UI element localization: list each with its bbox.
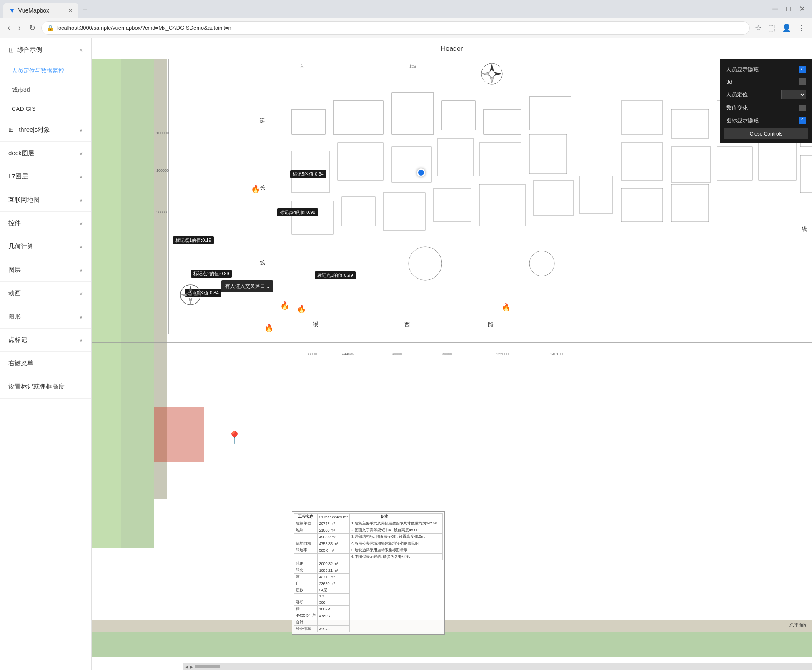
app-container: ⊞ 综合示例 ∧ 人员定位与数据监控 城市3d CAD GIS ⊞ threej… [0, 38, 812, 670]
road-label-chang: 长 [258, 180, 266, 182]
close-controls-button[interactable]: Close Controls [724, 128, 808, 139]
svg-marker-53 [189, 286, 192, 292]
chevron-geometry: ∨ [79, 244, 83, 250]
person-icon-5: 🔥 [501, 303, 511, 312]
sidebar-section-l7[interactable]: L7图层 ∨ [0, 165, 91, 188]
person-icon-1: 🔥 [251, 184, 260, 193]
sidebar-item-cadgis[interactable]: CAD GIS [0, 100, 91, 118]
sidebar-section-context-menu[interactable]: 右键菜单 [0, 352, 91, 375]
section-icon-comprehensive: ⊞ [8, 46, 14, 54]
road-horizontal [92, 620, 812, 632]
section-label-internet: 互联网地图 [8, 196, 40, 204]
sidebar-section-controls[interactable]: 控件 ∨ [0, 212, 91, 235]
controls-label-3d: 3d [726, 79, 732, 85]
controls-label-personnel-display: 人员显示隐藏 [726, 66, 759, 73]
menu-button[interactable]: ⋮ [796, 22, 807, 34]
person-icon-2: 🔥 [280, 301, 289, 310]
controls-label-personnel-location: 人员定位 [726, 91, 748, 98]
green-strip-far-left [92, 59, 121, 548]
close-button[interactable]: ✕ [796, 3, 809, 15]
compass-widget [179, 284, 202, 306]
road-label-sui: 绥 [313, 321, 321, 329]
map-area[interactable]: 100000 100000 30000 主干 上城 8000 444635 30… [92, 59, 812, 670]
marker-label-1: 标记点1的值:0.19 [173, 236, 214, 244]
bookmark-button[interactable]: ☆ [753, 22, 763, 34]
sidebar-section-comprehensive: ⊞ 综合示例 ∧ 人员定位与数据监控 城市3d CAD GIS [0, 38, 91, 118]
location-pin: 📍 [227, 430, 242, 444]
browser-tab[interactable]: ▼ VueMapbox ✕ [3, 3, 78, 18]
sidebar-section-geometry[interactable]: 几何计算 ∨ [0, 235, 91, 258]
chevron-layers: ∨ [79, 267, 83, 273]
minimize-button[interactable]: ─ [769, 3, 781, 15]
sidebar-section-popup-height[interactable]: 设置标记或弹框高度 [0, 375, 91, 399]
section-label-controls: 控件 [8, 219, 21, 227]
controls-row-icon-display: 图标显示隐藏 [724, 114, 808, 127]
section-label-comprehensive: 综合示例 [17, 46, 42, 54]
section-label-animation: 动画 [8, 289, 21, 297]
person-icon-3: 🔥 [297, 304, 306, 314]
extension-button[interactable]: ⬚ [767, 22, 777, 34]
sidebar-section-internet-map[interactable]: 互联网地图 ∨ [0, 188, 91, 212]
controls-checkbox-icon-display[interactable] [799, 117, 806, 124]
reload-button[interactable]: ↻ [27, 21, 38, 35]
address-bar[interactable]: 🔒 localhost:3000/sample/vuemapbox/?cmd=M… [41, 21, 750, 35]
sidebar-section-animation[interactable]: 动画 ∨ [0, 282, 91, 305]
sidebar-section-point-marker[interactable]: 点标记 ∨ [0, 329, 91, 352]
section-label-layers: 图层 [8, 266, 21, 274]
maximize-button[interactable]: □ [783, 3, 794, 15]
chevron-animation: ∨ [79, 291, 83, 296]
controls-checkbox-3d[interactable] [799, 78, 806, 85]
controls-checkbox-value-change[interactable] [799, 105, 806, 111]
road-label-xi: 西 [404, 321, 413, 329]
controls-checkbox-personnel-display[interactable] [799, 66, 806, 73]
controls-select-personnel-location[interactable] [781, 90, 806, 99]
main-content: Header [92, 38, 812, 670]
sidebar: ⊞ 综合示例 ∧ 人员定位与数据监控 城市3d CAD GIS ⊞ threej… [0, 38, 92, 670]
sidebar-section-deck[interactable]: deck图层 ∨ [0, 142, 91, 165]
browser-toolbar-right: ☆ ⬚ 👤 ⋮ [753, 22, 807, 34]
sidebar-section-layers[interactable]: 图层 ∨ [0, 258, 91, 282]
chevron-threejs: ∨ [79, 127, 83, 133]
section-label-graphics: 图形 [8, 313, 21, 321]
address-text: localhost:3000/sample/vuemapbox/?cmd=Mx_… [57, 25, 744, 31]
sidebar-section-graphics[interactable]: 图形 ∨ [0, 305, 91, 329]
controls-label-value-change: 数值变化 [726, 104, 748, 112]
new-tab-button[interactable]: + [78, 3, 92, 18]
road-label-yan: 延 [258, 113, 266, 115]
road-label-lu: 路 [488, 321, 496, 329]
main-header-title: Header [441, 45, 463, 53]
browser-toolbar: ‹ › ↻ 🔒 localhost:3000/sample/vuemapbox/… [0, 18, 812, 38]
chevron-graphics: ∨ [79, 314, 83, 320]
sidebar-section-comprehensive-header[interactable]: ⊞ 综合示例 ∧ [0, 38, 91, 61]
map-scrollbar-horizontal[interactable]: ◀ ▶ [183, 663, 812, 670]
map-title-br: 总平面图 [789, 622, 808, 628]
chevron-controls: ∨ [79, 221, 83, 226]
browser-chrome: ▼ VueMapbox ✕ + ─ □ ✕ ‹ › ↻ 🔒 localhost:… [0, 0, 812, 38]
sidebar-item-city3d[interactable]: 城市3d [0, 80, 91, 100]
main-header: Header [92, 38, 812, 59]
profile-button[interactable]: 👤 [780, 22, 793, 34]
marker-label-4: 标记点4的值:0.98 [277, 208, 318, 216]
green-strip-left [121, 59, 154, 548]
sidebar-section-threejs[interactable]: ⊞ threejs对象 ∨ [0, 118, 91, 142]
person-icon-4: 🔥 [264, 324, 273, 333]
scrollbar-thumb[interactable] [195, 665, 220, 668]
section-label-popup-height: 设置标记或弹框高度 [8, 383, 65, 391]
svg-marker-54 [189, 298, 192, 304]
tab-favicon: ▼ [9, 7, 15, 14]
marker-label-5: 标记5的值:0.34 [290, 170, 326, 178]
back-button[interactable]: ‹ [5, 21, 13, 35]
chevron-comprehensive: ∧ [79, 47, 83, 53]
section-label-threejs: threejs对象 [19, 126, 50, 133]
chevron-deck: ∨ [79, 151, 83, 156]
marker-label-2: 标记点2的值:0.89 [191, 270, 232, 278]
map-background [92, 59, 812, 670]
controls-row-value-change: 数值变化 [724, 102, 808, 114]
danger-zone [154, 407, 204, 462]
forward-button[interactable]: › [16, 21, 23, 35]
tab-close-button[interactable]: ✕ [68, 8, 73, 13]
alert-bubble: 有人进入交叉路口... [221, 280, 273, 292]
scroll-left-arrow[interactable]: ◀ [185, 665, 188, 669]
sidebar-item-personnel-tracking[interactable]: 人员定位与数据监控 [0, 61, 91, 80]
scroll-right-arrow[interactable]: ▶ [190, 665, 193, 669]
